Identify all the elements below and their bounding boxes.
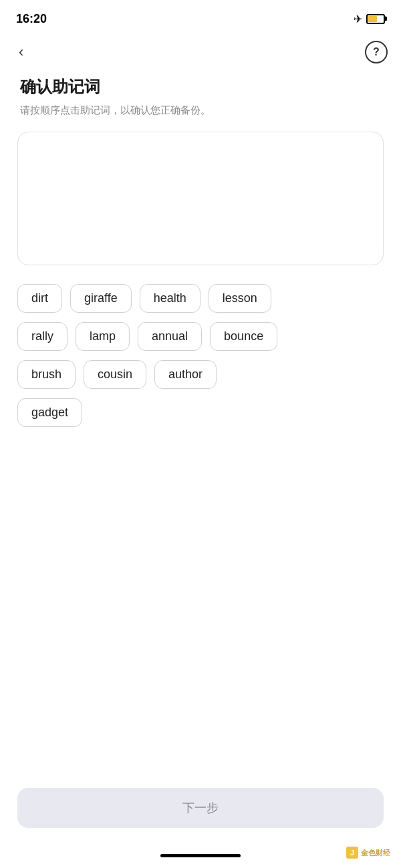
word-chip-lamp[interactable]: lamp xyxy=(76,322,130,351)
battery-fill xyxy=(368,16,377,22)
word-row-2: brushcousinauthor xyxy=(17,360,384,389)
watermark-icon: J xyxy=(346,847,358,859)
airplane-icon: ✈ xyxy=(354,13,362,25)
word-chip-rally[interactable]: rally xyxy=(17,322,68,351)
word-row-3: gadget xyxy=(17,398,384,427)
status-time: 16:20 xyxy=(16,12,47,26)
page-subtitle: 请按顺序点击助记词，以确认您正确备份。 xyxy=(20,103,381,118)
status-bar: 16:20 ✈ xyxy=(0,0,401,35)
battery-icon xyxy=(366,14,385,24)
word-chip-gadget[interactable]: gadget xyxy=(17,398,82,427)
home-indicator xyxy=(160,854,241,857)
nav-bar: ‹ ? xyxy=(0,35,401,69)
word-row-1: rallylampannualbounce xyxy=(17,322,384,351)
word-chip-giraffe[interactable]: giraffe xyxy=(70,284,132,313)
word-chip-lesson[interactable]: lesson xyxy=(209,284,271,313)
word-chip-bounce[interactable]: bounce xyxy=(210,322,277,351)
word-chip-cousin[interactable]: cousin xyxy=(84,360,146,389)
word-chip-author[interactable]: author xyxy=(154,360,217,389)
watermark-text: 金色财经 xyxy=(361,848,390,858)
word-chip-health[interactable]: health xyxy=(140,284,200,313)
word-display-area xyxy=(17,132,384,265)
next-button-container: 下一步 xyxy=(17,788,384,828)
page-header: 确认助记词 请按顺序点击助记词，以确认您正确备份。 xyxy=(0,69,401,132)
word-chip-dirt[interactable]: dirt xyxy=(17,284,62,313)
page-title: 确认助记词 xyxy=(20,76,381,98)
next-button[interactable]: 下一步 xyxy=(17,788,384,828)
help-button[interactable]: ? xyxy=(365,41,388,63)
status-icons: ✈ xyxy=(354,13,385,25)
word-chip-brush[interactable]: brush xyxy=(17,360,76,389)
back-button[interactable]: ‹ xyxy=(13,41,29,63)
word-chips-area: dirtgiraffehealthlesson rallylampannualb… xyxy=(0,265,401,450)
word-chip-annual[interactable]: annual xyxy=(138,322,202,351)
word-row-0: dirtgiraffehealthlesson xyxy=(17,284,384,313)
watermark: J 金色财经 xyxy=(346,847,390,859)
